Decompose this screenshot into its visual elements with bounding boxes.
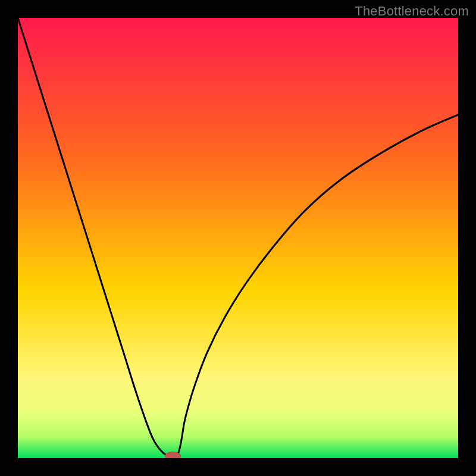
optimal-marker (165, 452, 181, 458)
gradient-background (18, 18, 458, 458)
watermark-text: TheBottleneck.com (355, 4, 469, 19)
plot-area (18, 18, 458, 458)
chart-frame: TheBottleneck.com (0, 0, 476, 476)
chart-svg (18, 18, 458, 458)
